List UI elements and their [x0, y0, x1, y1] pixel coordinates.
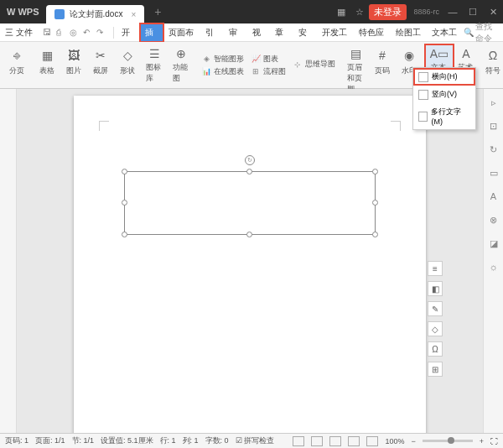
resize-handle-s[interactable] — [246, 232, 252, 237]
tab-section[interactable]: 章节 — [270, 23, 293, 42]
pagenum-icon: # — [374, 47, 391, 64]
textbox-icon: A▭ — [431, 47, 448, 60]
side-group-icon[interactable]: ▭ — [487, 166, 500, 180]
tab-dev[interactable]: 开发工具 — [317, 23, 354, 42]
resize-handle-e[interactable] — [372, 200, 378, 206]
floating-shape-tools: ≡ ◧ ✎ ◇ Ω ⊞ — [428, 261, 443, 377]
fullscreen-button[interactable]: ⛶ — [490, 437, 498, 445]
onlinechart-button[interactable]: 📊在线图表 — [201, 66, 244, 77]
close-button[interactable]: ✕ — [483, 7, 503, 18]
symbol-button[interactable]: Ω符号 — [480, 45, 503, 86]
float-fill-button[interactable]: ◧ — [428, 281, 443, 296]
dropdown-horizontal[interactable]: 横向(H) — [413, 68, 475, 86]
doc-name: 论文封面.docx — [70, 8, 123, 20]
page[interactable]: ↻ — [74, 96, 426, 433]
status-chars[interactable]: 字数: 0 — [205, 435, 229, 446]
tab-insert[interactable]: 插入 — [140, 23, 163, 42]
resize-handle-w[interactable] — [122, 200, 127, 206]
minimize-button[interactable]: — — [443, 7, 463, 17]
search-placeholder: 查找命令 — [475, 21, 500, 44]
tab-start[interactable]: 开始 — [117, 23, 140, 42]
status-page[interactable]: 页码: 1 — [5, 435, 29, 446]
onlinechart-icon: 📊 — [201, 66, 211, 76]
agent-label: 8886-rc — [410, 8, 443, 16]
resize-handle-ne[interactable] — [372, 169, 378, 175]
float-shape-button[interactable]: ◇ — [428, 321, 443, 336]
side-style-icon[interactable]: A — [487, 190, 500, 203]
pagenum-button[interactable]: #页码 — [369, 45, 396, 86]
view-mode-5[interactable] — [366, 436, 378, 446]
dropdown-multiline[interactable]: 多行文字(M) — [413, 103, 475, 129]
tab-texttools[interactable]: 文本工具 — [427, 23, 464, 42]
tab-layout[interactable]: 页面布局 — [163, 23, 200, 42]
view-mode-2[interactable] — [311, 436, 323, 446]
tab-special[interactable]: 特色应用 — [354, 23, 391, 42]
side-clear-icon[interactable]: ⊗ — [487, 213, 500, 227]
view-mode-1[interactable] — [293, 436, 304, 446]
dropdown-vertical[interactable]: 竖向(V) — [413, 86, 475, 103]
rotate-handle[interactable]: ↻ — [245, 155, 255, 165]
vertical-ruler[interactable] — [0, 89, 17, 433]
file-menu[interactable]: 三 文件 ∨ — [0, 23, 39, 42]
headerfooter-button[interactable]: ▤页眉和页脚 — [342, 45, 369, 86]
app-menu-icon[interactable]: ▦ — [332, 7, 350, 18]
command-search[interactable]: 🔍 查找命令 — [464, 21, 500, 44]
document-tab[interactable]: 论文封面.docx × — [46, 5, 145, 23]
tab-refs[interactable]: 引用 — [200, 23, 224, 42]
resize-handle-se[interactable] — [372, 232, 378, 237]
canvas[interactable]: ↻ ≡ ◧ ✎ ◇ Ω ⊞ — [17, 89, 483, 433]
tab-review[interactable]: 审阅 — [224, 23, 247, 42]
side-glow-icon[interactable]: ☼ — [487, 260, 500, 273]
chart-button[interactable]: 📈图表 — [251, 54, 286, 65]
resize-handle-n[interactable] — [246, 169, 252, 175]
search-icon: 🔍 — [464, 28, 474, 37]
mindmap-button[interactable]: ⊹思维导图 — [293, 59, 335, 70]
zoom-out-button[interactable]: − — [411, 437, 415, 445]
float-pen-button[interactable]: ✎ — [428, 301, 443, 316]
iconlib-button[interactable]: ☰图标库 — [141, 45, 168, 86]
close-tab-icon[interactable]: × — [131, 10, 136, 19]
flowchart-button[interactable]: ⊞流程图 — [251, 66, 286, 77]
zoom-in-button[interactable]: + — [480, 437, 484, 445]
picture-button[interactable]: 🖼图片 — [60, 45, 87, 86]
float-layout-button[interactable]: ≡ — [428, 261, 443, 276]
resize-handle-nw[interactable] — [122, 169, 127, 175]
screenshot-button[interactable]: ✂截屏 — [87, 45, 114, 86]
zoom-value[interactable]: 100% — [385, 437, 404, 445]
flowchart-icon: ⊞ — [251, 66, 261, 76]
zoom-slider[interactable] — [423, 440, 473, 442]
preview-icon[interactable]: ◎ — [70, 28, 80, 38]
float-more-button[interactable]: ⊞ — [428, 362, 443, 377]
status-spell[interactable]: ☑ 拼写检查 — [236, 435, 275, 446]
tab-security[interactable]: 安全 — [293, 23, 317, 42]
save-icon[interactable]: 🖫 — [43, 28, 53, 38]
msg-icon[interactable]: ☆ — [350, 7, 369, 18]
view-mode-3[interactable] — [329, 436, 341, 446]
side-select-icon[interactable]: ▹ — [487, 96, 500, 109]
add-tab-button[interactable]: + — [144, 5, 171, 18]
textbox-dropdown: 横向(H) 竖向(V) 多行文字(M) — [412, 67, 476, 130]
shape-button[interactable]: ◇形状 — [114, 45, 141, 86]
side-order-icon[interactable]: ⊡ — [487, 119, 500, 133]
side-shadow-icon[interactable]: ◪ — [487, 237, 500, 250]
login-button[interactable]: 未登录 — [369, 4, 407, 20]
print-icon[interactable]: ⎙ — [56, 28, 66, 38]
redo-icon[interactable]: ↷ — [96, 28, 106, 38]
float-formula-button[interactable]: Ω — [428, 341, 443, 357]
side-rotate-icon[interactable]: ↻ — [487, 143, 500, 156]
status-pages[interactable]: 页面: 1/1 — [35, 435, 65, 446]
iconlib-icon: ☰ — [146, 47, 163, 60]
margin-corner-tl — [99, 121, 109, 131]
table-button[interactable]: ▦表格 — [34, 45, 60, 86]
tab-view[interactable]: 视图 — [247, 23, 271, 42]
smartart-button[interactable]: ◈智能图形 — [201, 54, 244, 65]
view-mode-4[interactable] — [348, 436, 360, 446]
function-button[interactable]: ⊕功能图 — [168, 45, 194, 86]
status-section: 节: 1/1 — [72, 435, 95, 446]
tab-drawtools[interactable]: 绘图工具 — [391, 23, 428, 42]
undo-icon[interactable]: ↶ — [83, 28, 93, 38]
resize-handle-sw[interactable] — [122, 232, 127, 237]
maximize-button[interactable]: ☐ — [463, 7, 483, 18]
selected-textbox[interactable]: ↻ — [124, 171, 376, 235]
pagebreak-button[interactable]: ⎆分页 — [3, 45, 30, 86]
